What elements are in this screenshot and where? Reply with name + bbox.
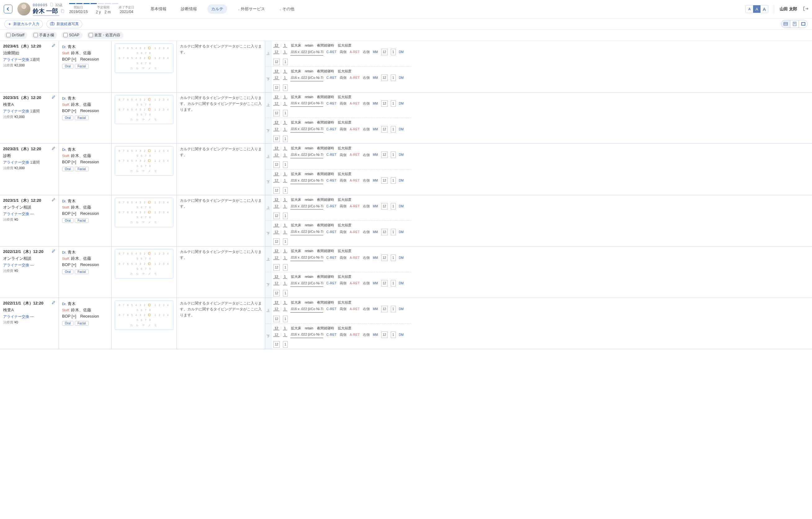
filters: Dr/Staff 手書き欄 SOAP 装置・処置内容 xyxy=(0,30,812,41)
checkbox[interactable] xyxy=(33,33,38,37)
edit-icon[interactable] xyxy=(52,146,56,151)
edit-icon[interactable] xyxy=(52,95,56,100)
svg-rect-11 xyxy=(802,23,805,25)
fee-line: 治療費 ¥2,000 xyxy=(3,63,56,68)
edit-icon[interactable] xyxy=(52,249,56,254)
visit-datetime: 2023/4/1（木）12:20 xyxy=(3,44,56,49)
col-notes: カルテに関するタイピングデータがここに入ります。 xyxy=(177,41,265,92)
chip-facial[interactable]: Facial xyxy=(75,269,89,274)
edit-icon[interactable] xyxy=(52,44,56,48)
memo-box[interactable]: 8 7 6 5 4 3 2 1 1 2 3 4 5 6 7 8 8 7 6 5 … xyxy=(115,146,173,176)
col-appliance: 上 121 拡大床retain夜間就寝時拡大頻度 121 .016 x .022… xyxy=(265,298,411,349)
col-memo: 8 7 6 5 4 3 2 1 1 2 3 4 5 6 7 8 8 7 6 5 … xyxy=(112,92,177,144)
chip-facial[interactable]: Facial xyxy=(75,218,89,223)
aligner-line: アライナー交換 — xyxy=(3,263,56,268)
view-list-icon[interactable] xyxy=(781,20,790,28)
karte-table: 2023/4/1（木）12:20 治療開始 アライナー交換 1週間 治療費 ¥2… xyxy=(0,41,812,349)
tab-diag[interactable]: 診断情報 xyxy=(177,4,201,13)
col-memo: 8 7 6 5 4 3 2 1 1 2 3 4 5 6 7 8 8 7 6 5 … xyxy=(112,41,177,92)
memo-box[interactable]: 8 7 6 5 4 3 2 1 1 2 3 4 5 6 7 8 8 7 6 5 … xyxy=(115,44,173,73)
chip-oral[interactable]: Oral xyxy=(62,115,74,120)
chip-oral[interactable]: Oral xyxy=(62,167,74,171)
svg-rect-4 xyxy=(784,22,787,25)
aligner-line: アライナー交換 1週間 xyxy=(3,109,56,114)
filter-dr-staff[interactable]: Dr/Staff xyxy=(4,32,27,39)
memo-box[interactable]: 8 7 6 5 4 3 2 1 1 2 3 4 5 6 7 8 8 7 6 5 … xyxy=(115,95,173,125)
start-date: 2019/02/15 xyxy=(69,10,88,14)
edit-icon[interactable] xyxy=(52,198,56,203)
copy-icon[interactable] xyxy=(60,9,64,14)
fee-line: 治療費 ¥0 xyxy=(3,217,56,222)
checkbox[interactable] xyxy=(89,33,93,37)
filter-appliance[interactable]: 装置・処置内容 xyxy=(87,32,123,39)
tab-karte[interactable]: カルテ xyxy=(207,4,227,13)
font-medium[interactable]: A xyxy=(753,5,760,13)
aligner-line: アライナー交換 — xyxy=(3,314,56,320)
logout-icon[interactable] xyxy=(803,6,808,12)
chip-oral[interactable]: Oral xyxy=(62,269,74,274)
font-large[interactable]: A xyxy=(760,5,768,13)
fee-line: 治療費 ¥2,000 xyxy=(3,114,56,119)
plus-icon: ＋ xyxy=(8,21,11,27)
checkbox[interactable] xyxy=(63,33,68,37)
tab-other[interactable]: ⌄その他 xyxy=(276,4,298,13)
svg-rect-1 xyxy=(62,10,64,13)
chip-facial[interactable]: Facial xyxy=(75,115,89,120)
memo-box[interactable]: 8 7 6 5 4 3 2 1 1 2 3 4 5 6 7 8 8 7 6 5 … xyxy=(115,249,173,278)
chip-facial[interactable]: Facial xyxy=(75,64,89,69)
visit-datetime: 2023/3/1（木）12:20 xyxy=(3,95,56,101)
aligner-line: アライナー交換 1週間 xyxy=(3,160,56,165)
chip-facial[interactable]: Facial xyxy=(75,167,89,171)
chip-oral[interactable]: Oral xyxy=(62,218,74,223)
back-button[interactable] xyxy=(4,5,12,13)
header: 000005 32歳 鈴木 一郎 開始日2019/02/15 予定期間2 y 2… xyxy=(0,0,812,19)
appliance-half: 上 121 拡大床retain夜間就寝時拡大頻度 121 .016 x .022… xyxy=(265,92,411,118)
col-notes: カルテに関するタイピングデータがここに入ります。カルテに関するタイピングデータが… xyxy=(177,298,265,349)
edit-icon[interactable] xyxy=(52,300,56,305)
patient-name: 鈴木 一郎 xyxy=(33,7,59,16)
karte-row: 2022/12/1（木）12:20 オンライン相談 アライナー交換 — 治療費 … xyxy=(0,246,812,298)
tab-external[interactable]: ⌄外部サービス xyxy=(234,4,269,13)
visit-title: 検査A xyxy=(3,307,56,313)
file-icon xyxy=(50,2,53,7)
up-down-label: 上 xyxy=(265,298,271,323)
current-user: 山田 太郎 xyxy=(780,6,797,12)
col-appliance: 上 121 拡大床retain夜間就寝時拡大頻度 121 .016 x .022… xyxy=(265,92,411,144)
appliance-half: 下 121 拡大床retain夜間就寝時拡大頻度 121 .016 x .022… xyxy=(265,169,411,195)
up-down-label: 上 xyxy=(265,144,271,169)
appliance-half: 下 121 拡大床retain夜間就寝時拡大頻度 121 .016 x .022… xyxy=(265,67,411,92)
font-small[interactable]: A xyxy=(746,5,753,13)
chip-facial[interactable]: Facial xyxy=(75,321,89,326)
new-photo-button[interactable]: 新規経過写真 xyxy=(47,20,82,28)
filter-handwrite[interactable]: 手書き欄 xyxy=(32,32,57,39)
fee-line: 治療費 ¥0 xyxy=(3,320,56,325)
memo-box[interactable]: 8 7 6 5 4 3 2 1 1 2 3 4 5 6 7 8 8 7 6 5 … xyxy=(115,198,173,227)
appliance-half: 上 121 拡大床retain夜間就寝時拡大頻度 121 .016 x .022… xyxy=(265,246,411,272)
planned-period: 2 y 2 m xyxy=(96,10,111,15)
new-karte-button[interactable]: ＋新規カルテ入力 xyxy=(4,20,43,28)
col-date: 2022/11/1（木）12:20 検査A アライナー交換 — 治療費 ¥0 xyxy=(0,298,59,349)
appliance-half: 下 121 拡大床retain夜間就寝時拡大頻度 121 .016 x .022… xyxy=(265,221,411,246)
col-date: 2023/1/1（木）12:20 オンライン相談 アライナー交換 — 治療費 ¥… xyxy=(0,195,59,246)
view-grid-icon[interactable] xyxy=(799,20,807,28)
view-doc-icon[interactable] xyxy=(790,20,799,28)
visit-datetime: 2023/2/1（木）12:20 xyxy=(3,146,56,152)
checkbox[interactable] xyxy=(6,33,10,37)
memo-box[interactable]: 8 7 6 5 4 3 2 1 1 2 3 4 5 6 7 8 8 7 6 5 … xyxy=(115,300,173,330)
visit-title: 治療開始 xyxy=(3,50,56,56)
col-staff: Dr. 青木 Staff. 鈴木、佐藤 BOP [+] Recession Or… xyxy=(59,195,112,246)
chip-oral[interactable]: Oral xyxy=(62,64,74,69)
toolbar: ＋新規カルテ入力 新規経過写真 xyxy=(0,19,812,30)
col-notes: カルテに関するタイピングデータがここに入ります。 xyxy=(177,144,265,195)
caret-down-icon: ⌄ xyxy=(238,7,240,11)
up-down-label: 上 xyxy=(265,92,271,118)
col-appliance: 上 121 拡大床retain夜間就寝時拡大頻度 121 .016 x .022… xyxy=(265,144,411,195)
visit-title: オンライン相談 xyxy=(3,256,56,262)
filter-soap[interactable]: SOAP xyxy=(61,32,82,39)
appliance-half: 上 121 拡大床retain夜間就寝時拡大頻度 121 .016 x .022… xyxy=(265,195,411,221)
tab-basic[interactable]: 基本情報 xyxy=(147,4,170,13)
chip-oral[interactable]: Oral xyxy=(62,321,74,326)
up-down-label: 下 xyxy=(265,221,271,246)
patient-info: 000005 32歳 鈴木 一郎 xyxy=(33,2,64,16)
col-staff: Dr. 青木 Staff. 鈴木、佐藤 BOP [+] Recession Or… xyxy=(59,298,112,349)
